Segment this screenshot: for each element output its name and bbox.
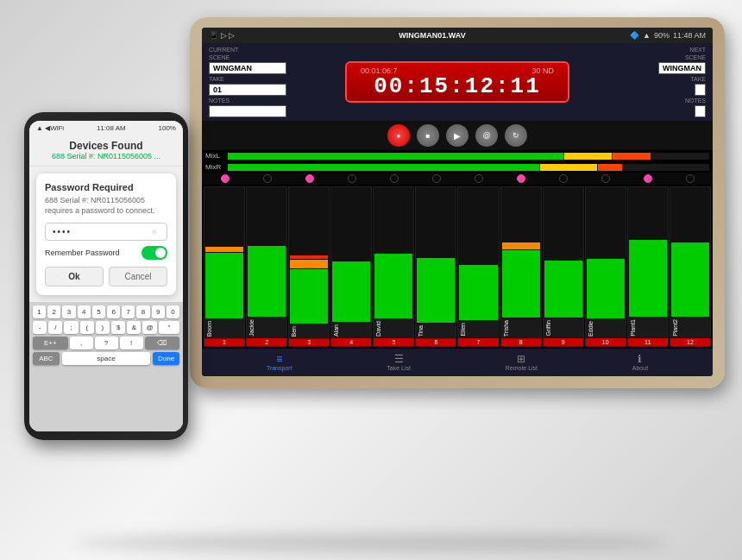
remote-list-icon: ⊞	[514, 354, 528, 364]
channel-ellen-label: Ellen	[458, 321, 498, 338]
key-done[interactable]: Done	[153, 352, 179, 365]
remember-password-row: Remember Password	[45, 246, 167, 260]
phone-statusbar: ▲ ◀WiFi 11:08 AM 100%	[29, 121, 183, 135]
circle-6	[432, 174, 441, 183]
phone-header: Devices Found 688 Serial #: NR0115056005…	[29, 135, 183, 167]
key-3[interactable]: 3	[62, 305, 75, 318]
channel-jackie-label: Jackie	[247, 318, 286, 338]
battery-level: 90%	[654, 31, 670, 40]
channel-eddie-label: Eddie	[586, 319, 626, 338]
channel-trisha: Trisha 8	[500, 186, 542, 347]
key-quote[interactable]: "	[159, 321, 179, 334]
scene: 📱 ▷ ▷ WINGMAN01.WAV 🔷 ▲ 90% 11:48 AM CUR…	[0, 0, 742, 560]
keyboard-row-1: 1 2 3 4 5 6 7 8 9 0	[33, 305, 179, 318]
current-take-value: 01	[209, 84, 286, 96]
key-1[interactable]: 1	[33, 305, 46, 318]
key-amp[interactable]: &	[127, 321, 141, 334]
key-dash[interactable]: -	[33, 321, 47, 334]
circle-5	[390, 174, 399, 183]
channel-ellen-num: 7	[458, 338, 498, 346]
key-space[interactable]: space	[62, 352, 151, 365]
key-exclaim[interactable]: !	[120, 337, 143, 349]
channel-plant2-num: 12	[670, 338, 710, 346]
channel-ellen: Ellen 7	[457, 186, 499, 347]
phone-signal: ▲ ◀WiFi	[36, 124, 64, 132]
key-rparen[interactable]: )	[96, 321, 110, 334]
channel-eddie: Eddie 10	[585, 186, 626, 347]
channel-griffin-num: 9	[544, 338, 583, 346]
key-7[interactable]: 7	[122, 305, 135, 318]
tablet-header: CURRENT SCENE WINGMAN TAKE 01 NOTES 00:0…	[202, 43, 713, 121]
channel-tina: Tina 6	[415, 186, 456, 347]
remember-toggle[interactable]	[141, 246, 167, 260]
statusbar-filename: WINGMAN01.WAV	[399, 31, 465, 40]
stop-button[interactable]: ■	[417, 124, 439, 147]
sync-button[interactable]: ↻	[505, 124, 527, 147]
mixl-meter-row: MixL	[202, 150, 713, 161]
channels-container: Boom 1 Jackie 2	[202, 185, 713, 349]
play-button[interactable]: ▶	[446, 124, 468, 147]
device-serial: 688 Serial #: NR0115056005 ...	[36, 152, 176, 160]
key-at[interactable]: @	[142, 321, 156, 334]
tablet-screen: 📱 ▷ ▷ WINGMAN01.WAV 🔷 ▲ 90% 11:48 AM CUR…	[202, 28, 713, 376]
key-6[interactable]: 6	[107, 305, 120, 318]
key-dollar[interactable]: $	[111, 321, 125, 334]
channel-griffin-label: Griffin	[544, 318, 583, 338]
record-button[interactable]: ●	[387, 124, 410, 147]
key-abc[interactable]: ABC	[33, 352, 60, 365]
key-lparen[interactable]: (	[80, 321, 94, 334]
devices-found-title: Devices Found	[36, 140, 176, 152]
circle-1	[221, 174, 230, 183]
channel-tina-num: 6	[416, 338, 456, 346]
statusbar-right: 🔷 ▲ 90% 11:48 AM	[630, 31, 706, 40]
channel-jackie: Jackie 2	[246, 186, 287, 347]
key-8[interactable]: 8	[136, 305, 149, 318]
nav-remote-label: Remote List	[506, 365, 538, 371]
nav-transport[interactable]: ≡ Transport	[267, 354, 292, 371]
key-comma[interactable]: ,	[70, 337, 93, 349]
key-slash[interactable]: /	[48, 321, 62, 334]
toggle-knob	[155, 248, 166, 258]
key-9[interactable]: 9	[152, 305, 165, 318]
dialog-buttons: Ok Cancel	[45, 267, 167, 286]
next-take-value	[695, 84, 706, 96]
current-scene-value: WINGMAN	[209, 62, 286, 74]
channel-tina-label: Tina	[416, 324, 456, 338]
circle-7	[475, 174, 483, 183]
key-4[interactable]: 4	[78, 305, 91, 318]
channel-alan: Alan 4	[330, 186, 372, 347]
key-0[interactable]: 0	[167, 305, 179, 318]
tablet-statusbar: 📱 ▷ ▷ WINGMAN01.WAV 🔷 ▲ 90% 11:48 AM	[202, 28, 713, 43]
remember-label: Remember Password	[45, 249, 120, 257]
password-dots: ••••	[53, 227, 72, 236]
password-field[interactable]: •••• ○	[45, 223, 167, 241]
channel-plant2-label: Plant2	[670, 318, 710, 338]
next-scene-label: SCENE	[685, 54, 706, 60]
mixr-meter-row: MixR	[202, 161, 713, 173]
password-dialog: Password Required 688 Serial #: NR011505…	[36, 173, 176, 295]
mixr-label: MixR	[205, 163, 226, 171]
circle-8	[517, 174, 525, 183]
key-2[interactable]: 2	[47, 305, 60, 318]
keyboard: 1 2 3 4 5 6 7 8 9 0 - / ; ( ) $	[29, 302, 183, 431]
keyboard-row-3: E++ , ? ! ⌫	[33, 337, 179, 349]
header-current: CURRENT SCENE WINGMAN TAKE 01 NOTES	[209, 47, 286, 117]
statusbar-left: 📱 ▷ ▷	[209, 31, 235, 40]
nav-about[interactable]: ℹ About	[632, 354, 648, 371]
cancel-button[interactable]: Cancel	[109, 267, 167, 286]
key-5[interactable]: 5	[92, 305, 105, 318]
at-button[interactable]: @	[475, 124, 498, 147]
statusbar-icons: 📱 ▷ ▷	[209, 31, 235, 40]
key-question[interactable]: ?	[95, 337, 118, 349]
key-colon[interactable]: ;	[64, 321, 78, 334]
ok-button[interactable]: Ok	[45, 267, 104, 286]
nav-take-list[interactable]: ☰ Take List	[387, 354, 411, 371]
phone-time: 11:08 AM	[97, 124, 126, 132]
nav-take-label: Take List	[387, 365, 411, 371]
key-more[interactable]: E++	[33, 337, 68, 349]
key-backspace[interactable]: ⌫	[145, 337, 180, 349]
scene-label: SCENE	[209, 54, 286, 60]
mixl-label: MixL	[205, 152, 226, 160]
timecode-display: 00:01:06:7 30 ND 00:15:12:11	[345, 61, 569, 103]
nav-remote-list[interactable]: ⊞ Remote List	[506, 354, 538, 371]
